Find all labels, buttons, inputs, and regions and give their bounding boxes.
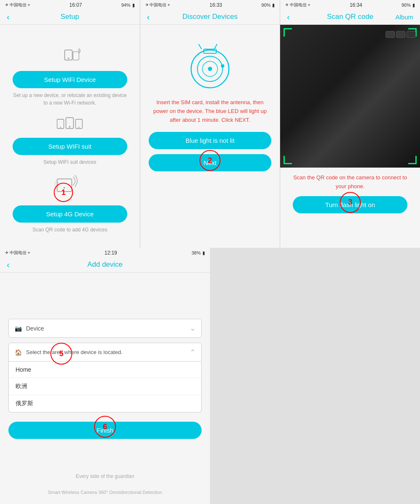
svg-point-15	[208, 67, 212, 71]
time-2: 16:33	[210, 2, 222, 8]
setup-wifi-device-button[interactable]: Setup WiFi Device	[13, 71, 127, 88]
flash-button[interactable]: Turn flash light on	[293, 196, 407, 213]
camera-viewfinder	[280, 25, 420, 168]
corner-tl	[284, 28, 292, 37]
wifi-suit-icon	[55, 113, 84, 134]
svg-rect-9	[57, 179, 72, 192]
nav-bar-3: ‹ Scan QR code Album	[280, 9, 420, 25]
nav-title-3: Scan QR code	[327, 13, 373, 21]
house-icon: 🏠	[15, 349, 22, 356]
nav-title-4: Add device	[87, 260, 123, 269]
footer-text-1: Every side of the guardian	[8, 472, 202, 480]
area-dropdown[interactable]: 🏠 Select the area where device is locate…	[8, 343, 202, 362]
screen3-qr: ✈ 中国电信 ⌖ 16:34 90%▮ ‹ Scan QR code Album	[280, 0, 420, 248]
area-option-europe-label: 欧洲	[16, 383, 27, 389]
camera-illustration	[183, 42, 237, 92]
svg-point-19	[221, 64, 224, 68]
finish-button[interactable]: Finish	[8, 422, 202, 439]
signal-icon-2: ✈ 中国电信 ⌖	[145, 2, 171, 8]
corner-br	[408, 156, 417, 164]
battery-2: 90%▮	[261, 3, 275, 8]
area-option-russia-label: 俄罗斯	[16, 400, 33, 407]
device-dropdown-label: Device	[26, 325, 44, 332]
area-dropdown-label: Select the area where device is located.	[26, 349, 123, 355]
battery-icon-1: 94%	[121, 3, 131, 8]
chevron-up-icon: ⌃	[190, 348, 195, 356]
device-4g-icon	[53, 173, 87, 198]
device-dropdown[interactable]: 📷 Device ⌄	[8, 319, 202, 338]
time-3: 16:34	[349, 2, 362, 8]
area-option-russia[interactable]: 俄罗斯	[9, 395, 201, 412]
screen4-add-device: ✈ 中国电信 ⌖ 12:19 38%▮ ‹ Add device 📷 Devic…	[0, 248, 210, 504]
area-dropdown-left: 🏠 Select the area where device is locate…	[15, 349, 123, 356]
wifi-device-desc: Set up a new device, or relocate an exis…	[13, 92, 127, 107]
device-4g-desc: Scan QR code to add 4G devices	[32, 226, 107, 234]
setup-wifi-suit-button[interactable]: Setup WIFI suit	[13, 138, 127, 155]
signal-icon-1: ✈ 中国电信 ⌖	[5, 2, 30, 8]
time-4: 12:19	[105, 250, 117, 256]
setup-content: Setup WiFi Device Set up a new device, o…	[0, 25, 140, 248]
status-left-2: ✈ 中国电信 ⌖	[145, 2, 171, 8]
next-button[interactable]: Next	[149, 154, 272, 171]
svg-point-6	[69, 126, 71, 128]
wifi-device-icon	[57, 46, 82, 67]
area-options-list: Home 欧洲 俄罗斯	[8, 362, 202, 412]
svg-point-1	[68, 58, 69, 59]
camera-small-icon: 📷	[15, 325, 22, 332]
corner-bl	[284, 156, 292, 164]
time-1: 16:07	[69, 2, 82, 8]
qr-scan-text: Scan the QR code on the camera to connec…	[289, 173, 412, 191]
area-option-europe[interactable]: 欧洲	[9, 378, 201, 395]
battery-3: 90%▮	[402, 3, 415, 8]
back-button-1[interactable]: ‹	[7, 12, 10, 22]
chevron-down-icon: ⌄	[190, 324, 195, 332]
svg-line-17	[199, 44, 202, 49]
battery-4: 38%▮	[192, 250, 205, 256]
svg-point-10	[63, 187, 65, 189]
signal-icon-4: ✈ 中国电信 ⌖	[5, 250, 30, 256]
footer-text-2: Smart Wireless Camera 360° Omnidirection…	[8, 489, 202, 496]
nav-title-1: Setup	[60, 13, 79, 21]
status-left-1: ✈ 中国电信 ⌖	[5, 2, 30, 8]
area-option-home[interactable]: Home	[9, 362, 201, 378]
qr-content: Scan the QR code on the camera to connec…	[280, 25, 420, 213]
status-left-4: ✈ 中国电信 ⌖	[5, 250, 30, 256]
discover-content: Insert the SIM card, install the antenna…	[140, 25, 280, 180]
back-button-3[interactable]: ‹	[287, 12, 290, 22]
svg-line-18	[214, 44, 217, 49]
nav-bar-2: ‹ Discover Devices	[140, 9, 280, 25]
status-bar-1: ✈ 中国电信 ⌖ 16:07 94%▮	[0, 0, 140, 9]
empty-area	[210, 248, 420, 504]
status-bar-4: ✈ 中国电信 ⌖ 12:19 38%▮	[0, 248, 210, 257]
nav-bar-4: ‹ Add device	[0, 257, 210, 273]
dropdown-left: 📷 Device	[15, 325, 44, 332]
svg-rect-2	[73, 52, 79, 60]
signal-icon-3: ✈ 中国电信 ⌖	[285, 2, 310, 8]
status-left-3: ✈ 中国电信 ⌖	[285, 2, 310, 8]
battery-1: 94%▮	[121, 3, 135, 8]
wifi-suit-desc: Setup WIFI suit devices	[43, 158, 96, 166]
discover-instruction: Insert the SIM card, install the antenna…	[149, 98, 272, 124]
setup-4g-device-button[interactable]: Setup 4G Device	[13, 205, 127, 223]
svg-point-4	[60, 127, 61, 128]
nav-bar-1: ‹ Setup	[0, 9, 140, 25]
screen2-discover: ✈ 中国电信 ⌖ 16:33 90%▮ ‹ Discover Devices	[140, 0, 281, 248]
blue-light-button[interactable]: Blue light is not lit	[149, 132, 272, 149]
screen1-setup: ✈ 中国电信 ⌖ 16:07 94%▮ ‹ Setup Setup WiFi D…	[0, 0, 140, 248]
svg-point-8	[79, 127, 80, 128]
nav-title-2: Discover Devices	[182, 13, 237, 21]
album-button[interactable]: Album	[395, 13, 413, 21]
area-option-home-label: Home	[16, 366, 31, 373]
back-button-2[interactable]: ‹	[147, 12, 150, 22]
status-bar-3: ✈ 中国电信 ⌖ 16:34 90%▮	[280, 0, 420, 9]
add-device-content: 📷 Device ⌄ 🏠 Select the area where devic…	[0, 273, 210, 504]
status-bar-2: ✈ 中国电信 ⌖ 16:33 90%▮	[140, 0, 280, 9]
back-button-4[interactable]: ‹	[7, 260, 10, 270]
